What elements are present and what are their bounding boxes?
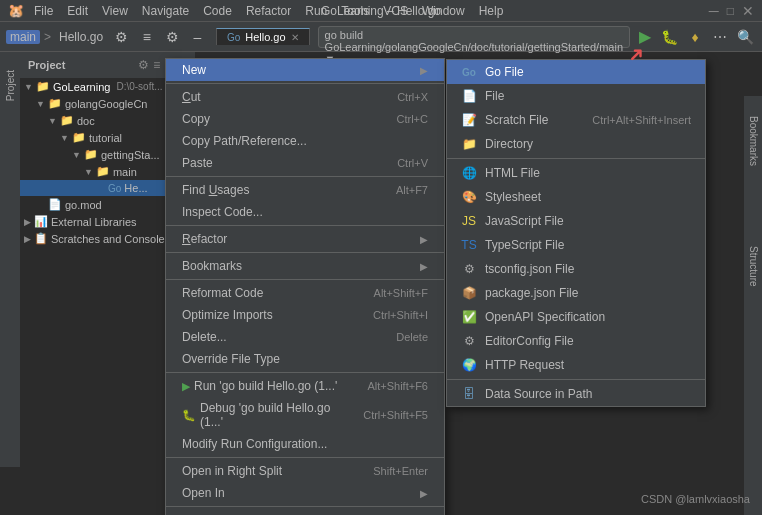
- project-side-label[interactable]: Project: [5, 70, 16, 101]
- ctx-findusages[interactable]: Find Usages Alt+F7: [166, 179, 444, 201]
- sub-scratch[interactable]: 📝 Scratch File Ctrl+Alt+Shift+Insert: [447, 108, 705, 132]
- bookmarks-label[interactable]: Bookmarks: [748, 116, 759, 166]
- coverage-btn[interactable]: ♦: [684, 26, 705, 48]
- sub-openapi[interactable]: ✅ OpenAPI Specification: [447, 305, 705, 329]
- tree-label: golangGoogleCn: [65, 98, 148, 110]
- context-menu: New ▶ ➜ Go Go File 📄 File 📝 Scratch File: [165, 58, 445, 515]
- sub-file-label: File: [485, 89, 691, 103]
- ctx-new[interactable]: New ▶ ➜ Go Go File 📄 File 📝 Scratch File: [166, 59, 444, 81]
- settings-btn[interactable]: ⚙: [161, 26, 182, 48]
- ctx-refactor[interactable]: Refactor ▶: [166, 228, 444, 250]
- ctx-inspect[interactable]: Inspect Code...: [166, 201, 444, 223]
- file-tab-toolbar[interactable]: Go Hello.go ✕: [216, 28, 310, 45]
- ctx-reformat-label: Reformat Code: [182, 286, 358, 300]
- ctx-override[interactable]: Override File Type: [166, 348, 444, 370]
- sub-scratch-label: Scratch File: [485, 113, 584, 127]
- sidebar-action-btn[interactable]: ⚙: [138, 58, 149, 72]
- breadcrumb-main[interactable]: main: [6, 30, 40, 44]
- more-btn[interactable]: ⋯: [710, 26, 731, 48]
- ctx-paste[interactable]: Paste Ctrl+V: [166, 152, 444, 174]
- sub-file[interactable]: 📄 File: [447, 84, 705, 108]
- http-icon: 🌍: [461, 357, 477, 373]
- go-file-icon-tab: Go: [227, 32, 240, 43]
- sub-ts[interactable]: TS TypeScript File: [447, 233, 705, 257]
- ctx-bookmarks[interactable]: Bookmarks ▶: [166, 255, 444, 277]
- debug-button[interactable]: 🐛: [659, 26, 680, 48]
- ctx-cut[interactable]: Cut Ctrl+X: [166, 86, 444, 108]
- maximize-button[interactable]: □: [727, 4, 734, 18]
- folder-icon-root: 📁: [36, 80, 50, 93]
- close-button[interactable]: ✕: [742, 3, 754, 19]
- tree-path: D:\0-soft...: [116, 81, 162, 92]
- ctx-run[interactable]: ▶ Run 'go build Hello.go (1...' Alt+Shif…: [166, 375, 444, 397]
- ctx-openin[interactable]: Open In ▶: [166, 482, 444, 504]
- ctx-debug-label: Debug 'go build Hello.go (1...': [200, 401, 347, 429]
- ctx-copy[interactable]: Copy Ctrl+C: [166, 108, 444, 130]
- sub-html[interactable]: 🌐 HTML File: [447, 161, 705, 185]
- ctx-modifyrun[interactable]: Modify Run Configuration...: [166, 433, 444, 455]
- title-bar-menu-edit[interactable]: Edit: [63, 4, 92, 18]
- sub-dir-label: Directory: [485, 137, 691, 151]
- title-bar-menu-view[interactable]: View: [98, 4, 132, 18]
- tree-label: doc: [77, 115, 95, 127]
- tab-close[interactable]: ✕: [291, 32, 299, 43]
- tree-label: main: [113, 166, 137, 178]
- run-config-path[interactable]: go build GoLearning/golangGoogleCn/doc/t…: [318, 26, 630, 48]
- ctx-delete[interactable]: Delete... Delete: [166, 326, 444, 348]
- title-bar-menu-code[interactable]: Code: [199, 4, 236, 18]
- sub-css[interactable]: 🎨 Stylesheet: [447, 185, 705, 209]
- tree-btn[interactable]: ≡: [136, 26, 157, 48]
- sub-directory[interactable]: 📁 Directory: [447, 132, 705, 156]
- sub-js[interactable]: JS JavaScript File: [447, 209, 705, 233]
- sub-datasource-label: Data Source in Path: [485, 387, 691, 401]
- tab-filename: Hello.go: [245, 31, 285, 43]
- sub-pkg[interactable]: 📦 package.json File: [447, 281, 705, 305]
- ctx-copypath[interactable]: Copy Path/Reference...: [166, 130, 444, 152]
- ctx-optimize[interactable]: Optimize Imports Ctrl+Shift+I: [166, 304, 444, 326]
- tree-label: External Libraries: [51, 216, 137, 228]
- folder-icon: 📁: [84, 148, 98, 161]
- sub-datasource[interactable]: 🗄 Data Source in Path: [447, 382, 705, 406]
- editorconfig-icon: ⚙: [461, 333, 477, 349]
- main-area: Project Project ⚙ ≡ ⚙ – ▼ 📁 GoLearning D…: [0, 52, 762, 467]
- sidebar-action-tree[interactable]: ≡: [153, 58, 160, 72]
- sync-btn[interactable]: ⚙: [111, 26, 132, 48]
- ctx-optimize-shortcut: Ctrl+Shift+I: [373, 309, 428, 321]
- ctx-copypath-label: Copy Path/Reference...: [182, 134, 428, 148]
- sub-editorconfig[interactable]: ⚙ EditorConfig File: [447, 329, 705, 353]
- tsconfig-icon: ⚙: [461, 261, 477, 277]
- expand-arrow: ▼: [72, 150, 81, 160]
- title-bar-menu-help[interactable]: Help: [475, 4, 508, 18]
- tree-label: GoLearning: [53, 81, 111, 93]
- ctx-localhistory[interactable]: Local History ▶: [166, 509, 444, 515]
- ctx-debug[interactable]: 🐛 Debug 'go build Hello.go (1...' Ctrl+S…: [166, 397, 444, 433]
- ctx-opensplit[interactable]: Open in Right Split Shift+Enter: [166, 460, 444, 482]
- breadcrumb-file[interactable]: Hello.go: [55, 30, 107, 44]
- ctx-sep2: [166, 176, 444, 177]
- ctx-sep8: [166, 506, 444, 507]
- debug-icon: 🐛: [182, 409, 196, 422]
- search-btn[interactable]: 🔍: [735, 26, 756, 48]
- minimize-button[interactable]: ─: [709, 3, 719, 19]
- folder-icon: 📁: [96, 165, 110, 178]
- folder-icon: 📁: [60, 114, 74, 127]
- folder-icon-scratch: 📋: [34, 232, 48, 245]
- ctx-bookmarks-arrow: ▶: [420, 261, 428, 272]
- title-bar-menu-refactor[interactable]: Refactor: [242, 4, 295, 18]
- app-icon: 🐹: [8, 3, 24, 18]
- minus-btn[interactable]: –: [187, 26, 208, 48]
- ctx-reformat[interactable]: Reformat Code Alt+Shift+F: [166, 282, 444, 304]
- sub-gofile[interactable]: Go Go File: [447, 60, 705, 84]
- expand-arrow: ▼: [24, 82, 33, 92]
- ctx-openin-label: Open In: [182, 486, 420, 500]
- title-bar-menu-file[interactable]: File: [30, 4, 57, 18]
- sub-editorconfig-label: EditorConfig File: [485, 334, 691, 348]
- ctx-new-arrow: ▶: [420, 65, 428, 76]
- structure-label[interactable]: Structure: [748, 246, 759, 287]
- sidebar-title: Project: [28, 59, 65, 71]
- title-bar-menu-navigate[interactable]: Navigate: [138, 4, 193, 18]
- html-icon: 🌐: [461, 165, 477, 181]
- sub-http[interactable]: 🌍 HTTP Request: [447, 353, 705, 377]
- expand-arrow: ▶: [24, 234, 31, 244]
- sub-tsconfig[interactable]: ⚙ tsconfig.json File: [447, 257, 705, 281]
